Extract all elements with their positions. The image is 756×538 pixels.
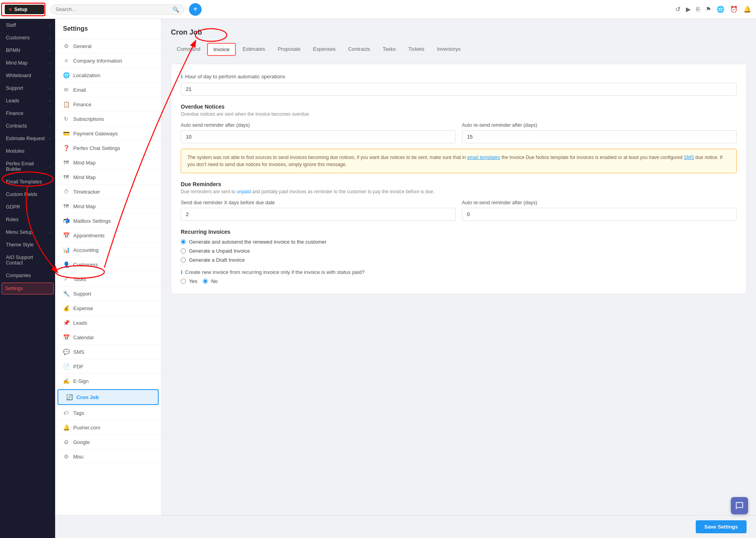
list-icon: ≡ (63, 57, 69, 64)
sidebar-item-companies[interactable]: Companies (0, 269, 55, 282)
sidebar-item-staff[interactable]: Staff› (0, 19, 55, 31)
chevron-icon: › (49, 99, 50, 103)
sidebar-item-leads[interactable]: Leads› (0, 94, 55, 107)
radio-unpaid[interactable] (181, 248, 186, 253)
sidebar-item-bpmn[interactable]: BPMN› (0, 44, 55, 57)
settings-menu-timetracker[interactable]: ⏱ Timetracker (55, 185, 161, 199)
sidebar-item-mindmap[interactable]: Mind Map› (0, 57, 55, 69)
chevron-icon: › (49, 137, 50, 141)
radio-no[interactable]: No (203, 278, 218, 284)
clock-icon[interactable]: ⏰ (730, 6, 738, 13)
main-layout: Staff› Customers› BPMN› Mind Map› Whiteb… (0, 19, 756, 538)
sidebar-item-email-templates[interactable]: Email Templates (0, 176, 55, 188)
radio-option-1[interactable]: Generate and autosend the renewed invoic… (181, 239, 737, 245)
search-bar[interactable]: 🔍 (50, 4, 184, 15)
tab-tasks[interactable]: Tasks (377, 43, 402, 56)
settings-menu-perfex-chat[interactable]: ❓ Perfex Chat Settings (55, 141, 161, 155)
sidebar-item-menu-setup[interactable]: Menu Setup› (0, 226, 55, 238)
video-icon[interactable]: ▶ (686, 6, 691, 13)
settings-menu-tasks[interactable]: ✓ Tasks (55, 272, 161, 287)
sidebar-item-gdpr[interactable]: GDPR (0, 201, 55, 213)
settings-menu-expense[interactable]: 💰 Expense (55, 301, 161, 316)
email-icon: ✉ (63, 87, 69, 93)
due-reminder-inputs: Send due reminder X days before due date… (181, 200, 737, 221)
setup-tab[interactable]: × Setup (5, 5, 44, 14)
sidebar-item-customers[interactable]: Customers› (0, 31, 55, 44)
sidebar-item-finance[interactable]: Finance› (0, 107, 55, 120)
auto-send-input[interactable] (181, 130, 456, 143)
settings-menu-mindmap2[interactable]: 🗺 Mind Map (55, 170, 161, 185)
tab-contracts[interactable]: Contracts (342, 43, 376, 56)
settings-menu-calendar[interactable]: 📅 Calendar (55, 330, 161, 345)
radio-yes-input[interactable] (181, 279, 186, 284)
sidebar-item-modules[interactable]: Modules (0, 145, 55, 157)
radio-autosend[interactable] (181, 239, 186, 244)
tab-tickets[interactable]: Tickets (402, 43, 430, 56)
settings-menu-mindmap1[interactable]: 🗺 Mind Map (55, 155, 161, 170)
settings-menu-google[interactable]: G Google (55, 435, 161, 449)
settings-menu-mindmap3[interactable]: 🗺 Mind Map (55, 199, 161, 214)
close-icon[interactable]: × (9, 6, 12, 13)
search-input[interactable] (56, 6, 172, 12)
bell-icon[interactable]: 🔔 (743, 6, 751, 13)
sidebar-item-theme-style[interactable]: Theme Style (0, 238, 55, 251)
history-icon[interactable]: ↺ (675, 6, 680, 13)
due-auto-resend-input[interactable] (462, 208, 737, 221)
flag-icon[interactable]: ⚑ (706, 6, 711, 13)
radio-option-3[interactable]: Generate a Draft Invoice (181, 257, 737, 263)
sidebar-item-perfex-email-builder[interactable]: Perfex Email Builder› (0, 157, 55, 176)
globe-icon[interactable]: 🌐 (717, 6, 724, 13)
chat-fab-button[interactable] (731, 497, 748, 514)
settings-menu-misc[interactable]: ⚙ Misc (55, 449, 161, 464)
tab-estimates[interactable]: Estimates (237, 43, 271, 56)
tab-proposals[interactable]: Proposals (272, 43, 306, 56)
auto-resend-input[interactable] (462, 130, 737, 143)
hour-input[interactable] (181, 83, 737, 96)
sidebar-item-estimate-request[interactable]: Estimate Request› (0, 132, 55, 145)
settings-menu-leads[interactable]: 📌 Leads (55, 316, 161, 330)
settings-menu-appointments[interactable]: 📅 Appointments (55, 228, 161, 243)
tab-command[interactable]: Command (171, 43, 206, 56)
auto-send-label: Auto send reminder after (days) (181, 122, 456, 128)
settings-menu-accounting[interactable]: 📊 Accounting (55, 243, 161, 257)
settings-menu-pusher[interactable]: 🔔 Pusher.com (55, 420, 161, 435)
settings-menu-cron-job[interactable]: 🔄 Cron Job (57, 389, 159, 405)
sidebar-item-custom-fields[interactable]: Custom Fields (0, 188, 55, 201)
sidebar-item-roles[interactable]: Roles (0, 213, 55, 226)
settings-menu-tags[interactable]: 🏷 Tags (55, 406, 161, 420)
settings-menu-payment[interactable]: 💳 Payment Gateways (55, 126, 161, 141)
settings-menu-customers[interactable]: 👤 Customers (55, 257, 161, 272)
radio-no-input[interactable] (203, 279, 208, 284)
tab-expenses[interactable]: Expenses (307, 43, 341, 56)
sidebar-item-support[interactable]: Support› (0, 82, 55, 94)
settings-menu-company[interactable]: ≡ Company Information (55, 54, 161, 68)
tab-invoice[interactable]: Invoice (207, 43, 236, 56)
chevron-icon: › (49, 36, 50, 40)
sidebar-item-settings[interactable]: Settings (2, 283, 54, 294)
share-icon[interactable]: ⎘ (696, 6, 700, 13)
send-due-input[interactable] (181, 208, 456, 221)
sidebar-item-contracts[interactable]: Contracts› (0, 120, 55, 132)
settings-menu-localization[interactable]: 🌐 Localization (55, 68, 161, 83)
radio-yes[interactable]: Yes (181, 278, 197, 284)
save-settings-button[interactable]: Save Settings (696, 520, 747, 533)
settings-menu-email[interactable]: ✉ Email (55, 83, 161, 97)
add-button[interactable]: + (189, 3, 202, 16)
email-templates-link[interactable]: email templates (467, 155, 500, 160)
radio-option-2[interactable]: Generate a Unpaid Invoice (181, 248, 737, 254)
sidebar-item-aio-support[interactable]: AIO Support Contact (0, 251, 55, 269)
chat-icon (735, 501, 744, 510)
settings-menu-subscriptions[interactable]: ↻ Subscriptions (55, 112, 161, 126)
settings-menu-sms[interactable]: 💬 SMS (55, 345, 161, 359)
settings-menu-finance[interactable]: 📋 Finance (55, 97, 161, 112)
tab-inventorys[interactable]: Inventorys (431, 43, 467, 56)
settings-menu-esign[interactable]: ✍ E-Sign (55, 374, 161, 388)
settings-menu-pdf[interactable]: 📄 PDF (55, 359, 161, 374)
settings-menu-general[interactable]: ⚙ General (55, 39, 161, 54)
sms-link[interactable]: SMS (684, 155, 694, 160)
radio-draft[interactable] (181, 257, 186, 263)
settings-menu-mailbox[interactable]: 📬 Mailbox Settings (55, 214, 161, 228)
settings-menu-support[interactable]: 🔧 Support (55, 287, 161, 301)
sidebar-item-whiteboard[interactable]: Whiteboard› (0, 69, 55, 82)
unpaid-link[interactable]: unpaid (237, 189, 251, 194)
